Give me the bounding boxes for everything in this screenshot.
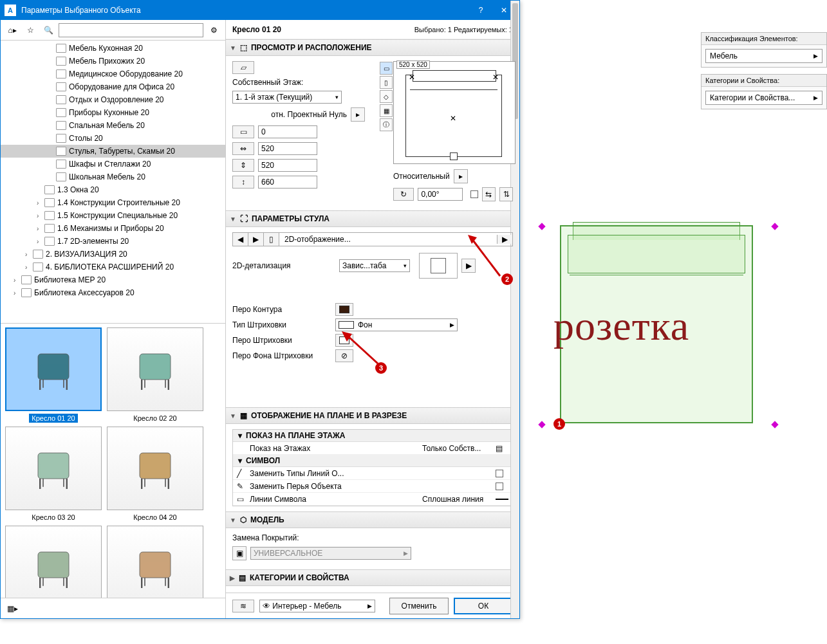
tree-item[interactable]: Мебель Кухонная 20 [1, 42, 225, 55]
thumbnail-image [107, 526, 203, 598]
tree-item[interactable]: ›1.4 Конструкции Строительные 20 [1, 196, 225, 209]
search-input[interactable] [59, 23, 203, 37]
object-icon[interactable]: ▱ [232, 61, 254, 74]
preview-3d-icon[interactable]: ◇ [380, 90, 393, 103]
section-categories-header[interactable]: ▶ ▤ КАТЕГОРИИ И СВОЙСТВА [226, 569, 519, 586]
thumbnail-item[interactable] [5, 526, 102, 598]
collapse-icon: ▼ [230, 517, 236, 524]
tree-item[interactable]: Отдых и Оздоровление 20 [1, 93, 225, 106]
story-dropdown[interactable]: 1. 1-й этаж (Текущий) ▾ [232, 91, 342, 104]
favorite-icon[interactable]: ☆ [23, 23, 38, 38]
tree-expand-icon[interactable]: › [25, 251, 33, 258]
relative-btn[interactable]: ▸ [454, 169, 468, 183]
tree-expand-icon[interactable]: › [37, 199, 44, 207]
hotspot-marker[interactable] [538, 223, 545, 230]
replace-pens-checkbox[interactable] [496, 483, 503, 490]
dim-y-input[interactable] [258, 159, 317, 172]
pen-contour-swatch[interactable] [335, 303, 353, 316]
thumbnail-item[interactable]: Кресло 03 20 [5, 427, 102, 522]
replace-lines-checkbox[interactable] [496, 470, 503, 477]
proj-zero-btn[interactable]: ▸ [351, 107, 365, 122]
tree-item[interactable]: ›4. БИБЛИОТЕКА РАСШИРЕНИЙ 20 [1, 261, 225, 273]
help-button[interactable]: ? [469, 1, 492, 20]
settings-icon[interactable]: ⚙ [206, 23, 221, 38]
app-icon: A [5, 5, 16, 16]
thumbnail-item[interactable] [106, 526, 204, 598]
section-chair-header[interactable]: ▼ ⛶ ПАРАМЕТРЫ СТУЛА [226, 210, 519, 227]
mirror-checkbox[interactable] [470, 190, 478, 198]
detail-dropdown[interactable]: Завис...таба ▾ [339, 259, 410, 272]
tree-item[interactable]: ›2. ВИЗУАЛИЗАЦИЯ 20 [1, 248, 225, 261]
plan-row-symbol-lines[interactable]: ▭ Линии Символа Сплошная линия [233, 493, 512, 506]
plan-group-1[interactable]: ▾ПОКАЗ НА ПЛАНЕ ЭТАЖА [233, 430, 512, 442]
nav-prev-button[interactable]: ◀ [233, 233, 248, 246]
tree-expand-icon[interactable]: › [25, 264, 33, 271]
preview-render-icon[interactable]: ▦ [380, 104, 393, 117]
hotspot-marker[interactable] [538, 421, 545, 428]
tree-item-label: Спальная Мебель 20 [69, 121, 145, 130]
drawing-viewport[interactable]: розетка 1 [521, 26, 827, 618]
cancel-button[interactable]: Отменить [389, 598, 449, 614]
angle-input[interactable] [418, 188, 463, 201]
tree-item[interactable]: ›1.6 Механизмы и Приборы 20 [1, 222, 225, 235]
surface-override-toggle[interactable]: ▣ [232, 546, 246, 560]
surface-override-dropdown[interactable]: УНИВЕРСАЛЬНОЕ ▶ [250, 547, 411, 560]
tree-item[interactable]: ›Библиотека Аксессуаров 20 [1, 286, 225, 299]
tree-item[interactable]: Медицинское Оборудование 20 [1, 68, 225, 80]
tree-item[interactable]: Мебель Прихожих 20 [1, 55, 225, 68]
search-icon[interactable]: 🔍 [41, 23, 56, 38]
tree-item[interactable]: Шкафы и Стеллажи 20 [1, 158, 225, 170]
tree-expand-icon[interactable]: › [37, 212, 44, 219]
tree-expand-icon[interactable]: › [37, 225, 44, 232]
thumbnail-item[interactable]: Кресло 01 20 [5, 327, 102, 423]
mirror-y-icon[interactable]: ⇅ [499, 187, 513, 201]
layer-icon[interactable]: ≋ [232, 600, 254, 612]
section-model-header[interactable]: ▼ ⬡ МОДЕЛЬ [226, 511, 519, 528]
tree-item[interactable]: Стулья, Табуреты, Скамьи 20 [1, 145, 225, 158]
tree-item[interactable]: ›1.5 Конструкции Специальные 20 [1, 209, 225, 222]
thumbnail-item[interactable]: Кресло 04 20 [106, 427, 204, 522]
detail-preview[interactable] [419, 253, 458, 279]
hotspot-marker[interactable] [771, 223, 778, 230]
mirror-x-icon[interactable]: ⇆ [482, 187, 496, 201]
preview-2d-icon[interactable]: ▭ [380, 62, 393, 75]
section-plan-header[interactable]: ▼ ▦ ОТОБРАЖЕНИЕ НА ПЛАНЕ И В РАЗРЕЗЕ [226, 407, 519, 424]
tree-item[interactable]: ›1.7 2D-элементы 20 [1, 235, 225, 248]
annotation-arrow-2 [468, 235, 506, 280]
plan-row-replace-lines[interactable]: ╱ Заменить Типы Линий О... [233, 467, 512, 480]
tree-item-label: Библиотека MEP 20 [34, 275, 106, 284]
dim-z-input[interactable] [258, 176, 317, 189]
tree-expand-icon[interactable]: › [14, 290, 21, 297]
nav-next-button[interactable]: ▶ [248, 233, 264, 246]
plan-row-show-on[interactable]: Показ на Этажах Только Собств... ▤ [233, 442, 512, 455]
plan-group-2[interactable]: ▾СИМВОЛ [233, 455, 512, 467]
dim-x-input[interactable] [258, 142, 317, 155]
tree-item[interactable]: Спальная Мебель 20 [1, 119, 225, 132]
tree-expand-icon[interactable]: › [37, 238, 44, 245]
tree-item[interactable]: Столы 20 [1, 132, 225, 145]
hotspot-marker[interactable] [771, 421, 778, 428]
tree-item[interactable]: Оборудование для Офиса 20 [1, 80, 225, 93]
thumbnail-panel[interactable]: Кресло 01 20 Кресло 02 20 Кресло 03 20 К… [1, 324, 225, 598]
hatch-type-dropdown[interactable]: Фон ▶ [335, 318, 458, 331]
nav-page-icon[interactable]: ▯ [264, 233, 279, 246]
ok-button[interactable]: ОК [454, 598, 513, 614]
preview-2d[interactable]: ▭ ▯ ◇ ▦ ⓘ 520 x 520 ✕ ✕ [393, 61, 516, 164]
layer-dropdown[interactable]: 👁 Интерьер - Мебель ▶ [259, 600, 375, 612]
tree-item[interactable]: 1.3 Окна 20 [1, 183, 225, 196]
tree-item[interactable]: Приборы Кухонные 20 [1, 106, 225, 119]
preview-elev-icon[interactable]: ▯ [380, 76, 393, 89]
elevation-input[interactable] [258, 125, 317, 138]
view-mode-icon[interactable]: ▦▸ [5, 601, 20, 616]
tree-expand-icon[interactable]: › [14, 277, 21, 284]
library-view-icon[interactable]: ⌂▸ [5, 23, 20, 38]
library-tree[interactable]: Мебель Кухонная 20Мебель Прихожих 20Меди… [1, 41, 225, 324]
svg-rect-25 [40, 562, 67, 576]
tree-item[interactable]: ›Библиотека MEP 20 [1, 273, 225, 286]
thumbnail-item[interactable]: Кресло 02 20 [106, 327, 204, 423]
titlebar[interactable]: A Параметры Выбранного Объекта ? ✕ [1, 1, 519, 20]
section-preview-header[interactable]: ▼ ⬚ ПРОСМОТР И РАСПОЛОЖЕНИЕ [226, 39, 519, 56]
preview-info-icon[interactable]: ⓘ [380, 118, 393, 131]
plan-row-replace-pens[interactable]: ✎ Заменить Перья Объекта [233, 480, 512, 493]
tree-item[interactable]: Школьная Мебель 20 [1, 170, 225, 183]
